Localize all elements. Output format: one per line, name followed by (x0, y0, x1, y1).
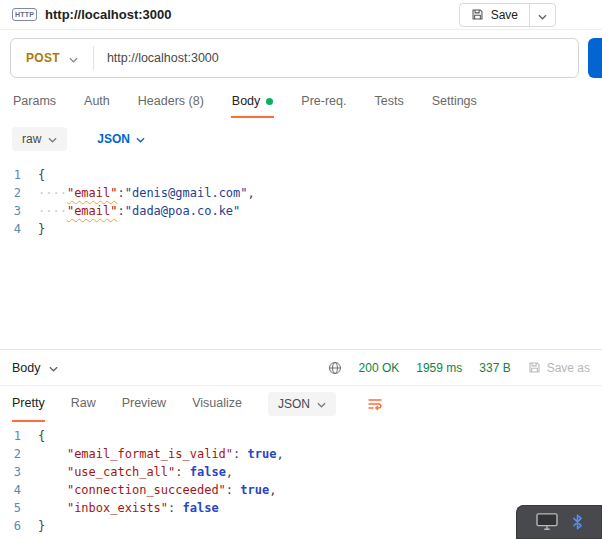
method-dropdown[interactable]: POST (11, 49, 93, 67)
code-line[interactable]: 4} (0, 220, 602, 238)
response-header: Body 200 OK 1959 ms 337 B Save as (0, 350, 602, 386)
chevron-down-icon (136, 132, 145, 146)
network-globe-icon[interactable] (328, 361, 342, 375)
chevron-down-icon (317, 397, 326, 411)
code-text: "email_format_is_valid": true, (38, 445, 284, 463)
body-type-dropdown[interactable]: raw (12, 127, 67, 151)
tab-body[interactable]: Body (231, 86, 275, 118)
tab-body-label: Body (232, 94, 261, 108)
line-number: 5 (0, 499, 38, 517)
tab-headers[interactable]: Headers (8) (137, 86, 205, 118)
code-text: "use_catch_all": false, (38, 463, 233, 481)
tab-pre-req[interactable]: Pre-req. (300, 86, 347, 118)
request-body-editor[interactable]: 1{ 2····"email":"denis@gmail.com", 3····… (0, 161, 602, 349)
request-title: http://localhost:3000 (45, 7, 171, 22)
response-body-viewer[interactable]: 1{ 2 "email_format_is_valid": true, 3 "u… (0, 422, 602, 539)
chevron-down-icon (69, 49, 78, 67)
code-text: } (38, 517, 45, 535)
code-line[interactable]: 2····"email":"denis@gmail.com", (0, 184, 602, 202)
body-type-label: raw (22, 132, 41, 146)
code-line[interactable]: 5 "inbox_exists": false (0, 499, 602, 517)
request-url-box: POST (10, 38, 579, 78)
tab-auth[interactable]: Auth (83, 86, 111, 118)
line-number: 2 (0, 445, 38, 463)
line-number: 4 (0, 481, 38, 499)
code-text: { (38, 427, 45, 445)
tab-raw[interactable]: Raw (71, 386, 96, 422)
line-number: 2 (0, 184, 38, 202)
code-text: { (38, 166, 45, 184)
api-client-window: HTTP http://localhost:3000 Save POST (0, 0, 602, 539)
chevron-down-icon (538, 6, 547, 24)
chevron-down-icon (48, 132, 57, 146)
save-as-label: Save as (547, 361, 590, 375)
save-button-label: Save (491, 8, 518, 22)
code-text: } (38, 220, 45, 238)
code-line[interactable]: 2 "email_format_is_valid": true, (0, 445, 602, 463)
save-as-icon (528, 361, 541, 374)
http-method-icon: HTTP (12, 8, 37, 21)
status-badge[interactable]: 200 OK (359, 361, 400, 375)
response-time[interactable]: 1959 ms (416, 361, 462, 375)
line-number: 1 (0, 166, 38, 184)
tab-visualize[interactable]: Visualize (192, 386, 242, 422)
line-number: 1 (0, 427, 38, 445)
body-modified-dot (266, 98, 273, 105)
chevron-down-icon (49, 361, 58, 375)
code-line[interactable]: 3 "use_catch_all": false, (0, 463, 602, 481)
tab-pretty[interactable]: Pretty (12, 386, 45, 422)
line-number: 3 (0, 463, 38, 481)
monitor-icon (535, 512, 559, 532)
request-title-bar: HTTP http://localhost:3000 Save (0, 0, 602, 30)
response-tabs: Pretty Raw Preview Visualize JSON (0, 386, 602, 422)
line-number: 3 (0, 202, 38, 220)
tab-settings[interactable]: Settings (431, 86, 478, 118)
send-button[interactable] (588, 38, 602, 78)
save-button-group: Save (459, 3, 556, 27)
request-url-row: POST (10, 38, 602, 78)
save-icon (471, 8, 484, 21)
method-label: POST (26, 51, 60, 65)
code-line[interactable]: 1{ (0, 166, 602, 184)
code-line[interactable]: 4 "connection_succeeded": true, (0, 481, 602, 499)
response-size[interactable]: 337 B (479, 361, 510, 375)
line-number: 4 (0, 220, 38, 238)
os-overlay-widget[interactable] (516, 505, 602, 539)
url-input[interactable] (94, 51, 578, 65)
save-button[interactable]: Save (460, 4, 529, 26)
response-body-label: Body (12, 361, 41, 375)
save-response-button[interactable]: Save as (528, 361, 590, 375)
code-text: "inbox_exists": false (38, 499, 219, 517)
response-body-dropdown[interactable]: Body (12, 361, 58, 375)
code-line[interactable]: 6} (0, 517, 602, 535)
response-format-dropdown[interactable]: JSON (268, 392, 336, 416)
bluetooth-icon (572, 514, 583, 530)
code-line[interactable]: 1{ (0, 427, 602, 445)
code-text: "connection_succeeded": true, (38, 481, 276, 499)
response-meta: 200 OK 1959 ms 337 B Save as (328, 361, 590, 375)
wrap-text-button[interactable] (362, 391, 388, 417)
code-text: ····"email":"dada@poa.co.ke" (38, 202, 240, 220)
request-tabs: Params Auth Headers (8) Body Pre-req. Te… (0, 86, 602, 118)
body-type-row: raw JSON (0, 118, 602, 161)
tab-tests[interactable]: Tests (373, 86, 404, 118)
save-options-button[interactable] (529, 4, 555, 26)
body-format-label: JSON (97, 132, 130, 146)
code-line[interactable]: 3····"email":"dada@poa.co.ke" (0, 202, 602, 220)
wrap-text-icon (367, 396, 383, 412)
response-format-label: JSON (278, 397, 310, 411)
tab-params[interactable]: Params (12, 86, 57, 118)
body-format-dropdown[interactable]: JSON (97, 132, 145, 146)
tab-preview[interactable]: Preview (122, 386, 166, 422)
code-text: ····"email":"denis@gmail.com", (38, 184, 255, 202)
line-number: 6 (0, 517, 38, 535)
